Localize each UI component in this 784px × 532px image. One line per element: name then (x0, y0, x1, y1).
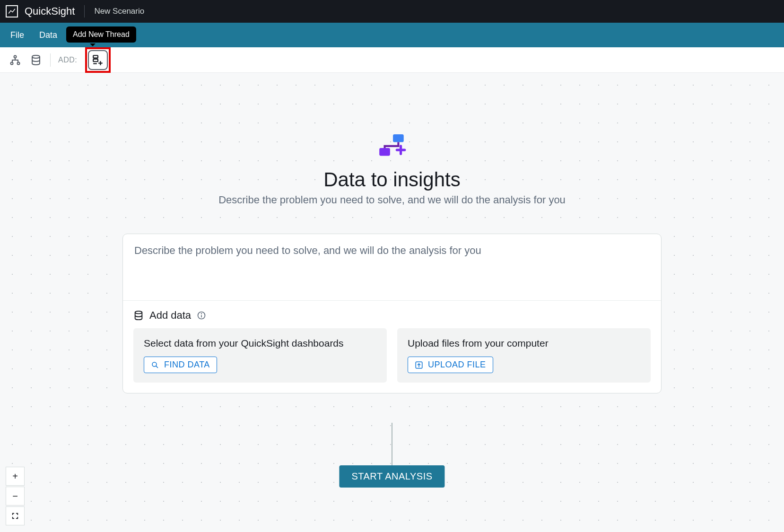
app-topbar: QuickSight New Scenario (0, 0, 784, 23)
svg-point-1 (11, 62, 13, 64)
svg-point-2 (17, 62, 20, 64)
start-analysis-label: START ANALYSIS (351, 471, 432, 481)
upload-icon (415, 361, 423, 369)
prompt-input[interactable]: Describe the problem you need to solve, … (123, 234, 661, 300)
hero-title: Data to insights (323, 168, 461, 191)
search-icon (151, 361, 159, 369)
upload-file-button-label: UPLOAD FILE (428, 360, 486, 370)
tile-upload-file: Upload files from your computer UPLOAD F… (397, 328, 651, 383)
tile-upload-file-title: Upload files from your computer (408, 338, 640, 349)
zoom-out-button[interactable]: − (6, 487, 25, 506)
upload-file-button[interactable]: UPLOAD FILE (408, 357, 493, 373)
tooltip-add-thread: Add New Thread (66, 26, 136, 43)
svg-point-16 (201, 314, 202, 314)
svg-line-18 (156, 366, 158, 367)
hero-subtitle: Describe the problem you need to solve, … (218, 194, 566, 206)
hierarchy-icon[interactable] (9, 53, 22, 67)
toolbar-divider (50, 53, 51, 67)
hero-block: Data to insights Describe the problem yo… (122, 133, 662, 393)
topbar-divider (84, 5, 85, 17)
brand-name: QuickSight (25, 5, 75, 17)
svg-rect-4 (93, 55, 98, 58)
database-icon[interactable] (29, 53, 43, 67)
svg-point-0 (14, 55, 17, 58)
find-data-button-label: FIND DATA (164, 360, 210, 370)
scenario-canvas[interactable]: Data to insights Describe the problem yo… (0, 73, 784, 532)
insights-hero-icon (376, 133, 408, 165)
find-data-button[interactable]: FIND DATA (144, 357, 217, 373)
menu-data[interactable]: Data (33, 26, 64, 44)
canvas-toolbar: ADD: (0, 47, 784, 73)
database-small-icon (133, 310, 144, 321)
scenario-name[interactable]: New Scenario (94, 7, 144, 16)
add-thread-button[interactable] (88, 50, 108, 70)
svg-rect-10 (379, 148, 390, 156)
svg-point-13 (135, 311, 142, 314)
menu-bar: File Data Add New Thread (0, 23, 784, 47)
start-analysis-button[interactable]: START ANALYSIS (339, 465, 444, 488)
add-data-section: Add data Select data from your QuickSigh… (123, 300, 661, 393)
fullscreen-button[interactable] (6, 506, 25, 525)
add-data-title: Add data (149, 309, 191, 322)
svg-point-3 (32, 55, 40, 58)
flow-connector (392, 423, 392, 470)
zoom-in-button[interactable]: + (6, 467, 25, 486)
svg-rect-9 (393, 134, 404, 142)
info-icon[interactable] (197, 311, 206, 320)
add-data-header: Add data (133, 309, 651, 322)
toolbar-add-label: ADD: (58, 56, 77, 64)
tile-find-data-title: Select data from your QuickSight dashboa… (144, 338, 376, 349)
zoom-controls: + − (6, 467, 25, 525)
tile-find-data: Select data from your QuickSight dashboa… (133, 328, 387, 383)
svg-rect-5 (93, 59, 98, 61)
menu-file[interactable]: File (4, 26, 31, 44)
quicksight-logo-icon (6, 5, 18, 17)
svg-point-17 (152, 362, 157, 366)
prompt-card: Describe the problem you need to solve, … (122, 234, 662, 393)
